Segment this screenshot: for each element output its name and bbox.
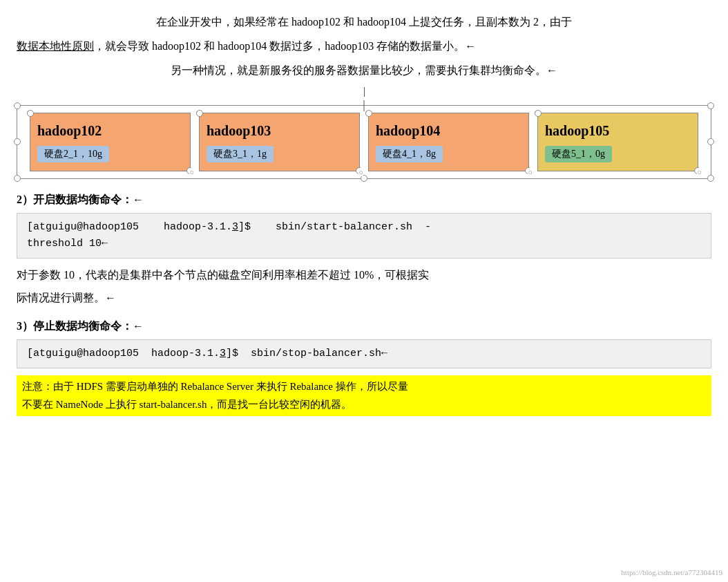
node103-corner-br	[356, 167, 363, 174]
node102-disk: 硬盘2_1，10g	[37, 146, 109, 162]
node105-title: hadoop105	[545, 123, 609, 139]
intro-line1: 在企业开发中，如果经常在 hadoop102 和 hadoop104 上提交任务…	[17, 12, 711, 31]
section2-desc2: 际情况进行调整。←	[17, 288, 711, 307]
warning-text: 注意：由于 HDFS 需要启动单独的 Rebalance Server 来执行 …	[22, 381, 408, 410]
section3-code-link: 3	[220, 348, 226, 359]
corner-ml	[14, 138, 21, 145]
section3-code-post: ]$ sbin/stop-balancer.sh←	[226, 348, 387, 359]
node102-title: hadoop102	[37, 123, 102, 139]
corner-bl	[14, 175, 21, 182]
intro-line2-rest: ，就会导致 hadoop102 和 hadoop104 数据过多，hadoop1…	[94, 40, 476, 52]
node104-title: hadoop104	[376, 123, 440, 139]
section2-heading: 2）开启数据均衡命令：←	[17, 190, 711, 209]
node-hadoop105: hadoop105 硬盘5_1，0g	[537, 113, 698, 171]
corner-tr	[707, 102, 714, 109]
node103-corner-tl	[196, 110, 203, 117]
node104-corner-br	[525, 167, 532, 174]
node105-disk: 硬盘5_1，0g	[545, 146, 612, 162]
corner-tl	[14, 102, 21, 109]
node-hadoop102: hadoop102 硬盘2_1，10g	[30, 113, 191, 171]
node105-corner-tl	[535, 110, 542, 117]
section3-heading: 3）停止数据均衡命令：←	[17, 317, 711, 335]
section3-code-block: [atguigu@hadoop105 hadoop-3.1.3]$ sbin/s…	[17, 339, 711, 368]
node105-corner-br	[694, 167, 701, 174]
node103-disk: 硬盘3_1，1g	[207, 146, 274, 162]
section2-desc1: 对于参数 10，代表的是集群中各个节点的磁盘空间利用率相差不超过 10%，可根据…	[17, 265, 711, 284]
section2-code-block: [atguigu@hadoop105 hadoop-3.1.3]$ sbin/s…	[17, 213, 711, 259]
node-diagram: hadoop102 硬盘2_1，10g hadoop103 硬盘3_1，1g h…	[17, 105, 711, 179]
section2-code-pre: [atguigu@hadoop105 hadoop-3.1.	[27, 221, 232, 233]
intro-line3: 另一种情况，就是新服务役的服务器数据量比较少，需要执行集群均衡命令。←	[17, 61, 711, 79]
node-hadoop103: hadoop103 硬盘3_1，1g	[199, 113, 360, 171]
connector-top	[17, 86, 711, 98]
node104-corner-tl	[365, 110, 372, 117]
section3-code-pre: [atguigu@hadoop105 hadoop-3.1.	[27, 348, 220, 359]
corner-mr	[707, 138, 714, 145]
node102-corner-br	[186, 167, 193, 174]
section2-code-link: 3	[232, 221, 238, 233]
intro-line2: 数据本地性原则，就会导致 hadoop102 和 hadoop104 数据过多，…	[17, 37, 711, 55]
connector-line	[364, 87, 365, 97]
node104-disk: 硬盘4_1，8g	[376, 146, 443, 162]
warning-block: 注意：由于 HDFS 需要启动单独的 Rebalance Server 来执行 …	[17, 375, 711, 416]
node-hadoop104: hadoop104 硬盘4_1，8g	[368, 113, 529, 171]
node103-title: hadoop103	[207, 123, 271, 139]
corner-br	[707, 175, 714, 182]
node102-corner-tl	[27, 110, 34, 117]
intro-line2-underline: 数据本地性原则	[17, 40, 94, 52]
